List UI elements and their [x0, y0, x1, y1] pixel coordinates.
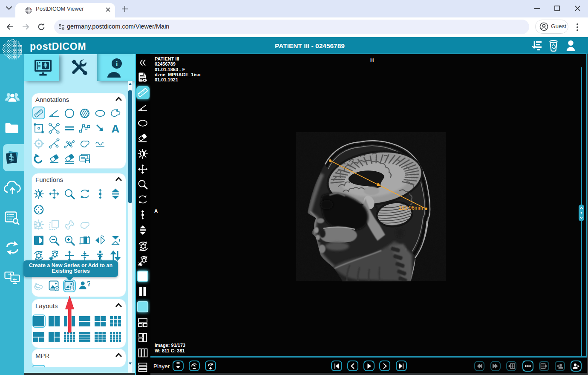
- svg-text:i: i: [116, 60, 118, 68]
- svg-text:183.96mm: 183.96mm: [399, 205, 423, 211]
- svg-text:?: ?: [86, 281, 90, 288]
